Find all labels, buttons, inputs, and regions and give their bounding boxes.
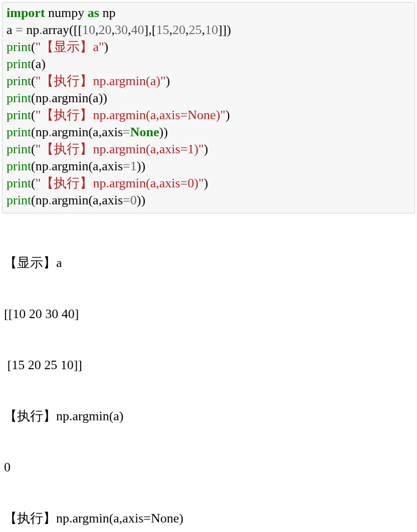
paren-open: (	[31, 40, 36, 54]
paren-open: (	[31, 108, 36, 122]
output-line: 【执行】np.argmin(a,axis=None)	[4, 510, 413, 527]
page-root: import numpy as np a = np.array([[10,20,…	[0, 2, 417, 532]
call-argmin-axis: argmin(a,axis	[52, 159, 123, 173]
code-line-8: print("【执行】np.argmin(a,axis=None)")	[7, 107, 410, 124]
call-argmin-a: argmin(a))	[52, 91, 107, 105]
txt-np-open: (np	[31, 193, 49, 207]
txt-np-open: (np	[31, 125, 49, 139]
alias-np: np	[99, 6, 116, 20]
output-line: 0	[4, 459, 413, 476]
num-20b: 20	[172, 23, 185, 37]
obj-np: np	[23, 23, 40, 37]
string-run-argmin: "【执行】np.argmin(a)"	[36, 74, 166, 88]
paren-open: (	[31, 176, 36, 190]
call-argmin-axis: argmin(a,axis	[52, 193, 123, 207]
num-25: 25	[188, 23, 201, 37]
num-40: 40	[131, 23, 144, 37]
module-numpy: numpy	[45, 6, 88, 20]
num-1: 1	[130, 159, 137, 173]
txt-np-open: (np	[31, 91, 49, 105]
fn-print: print	[7, 176, 31, 190]
num-20: 20	[99, 23, 112, 37]
fn-print: print	[7, 142, 31, 156]
fn-print: print	[7, 91, 31, 105]
num-10: 10	[82, 23, 95, 37]
code-line-7: print(np.argmin(a))	[7, 90, 410, 107]
code-line-10: print("【执行】np.argmin(a,axis=1)")	[7, 141, 410, 158]
paren-close: )	[204, 142, 209, 156]
code-line-13: print(np.argmin(a,axis=0))	[7, 192, 410, 209]
fn-print: print	[7, 57, 31, 71]
string-run-axis1: "【执行】np.argmin(a,axis=1)"	[36, 142, 204, 156]
paren-open: (	[31, 142, 36, 156]
keyword-as: as	[88, 6, 99, 20]
paren-close: )	[226, 108, 230, 122]
output-line: [[10 20 30 40]	[4, 306, 413, 323]
code-line-11: print(np.argmin(a,axis=1))	[7, 158, 410, 175]
operator-assign: =	[123, 125, 130, 139]
operator-assign: =	[16, 23, 23, 37]
num-10b: 10	[205, 23, 218, 37]
num-30: 30	[115, 23, 128, 37]
code-line-4: print("【显示】a")	[7, 39, 410, 56]
paren-close-2: ))	[159, 125, 168, 139]
string-run-axis0: "【执行】np.argmin(a,axis=0)"	[36, 176, 204, 190]
fn-print: print	[7, 74, 31, 88]
close-brackets: ]])	[218, 23, 231, 37]
txt-np-open: (np	[31, 159, 49, 173]
paren-close-2: ))	[137, 159, 145, 173]
fn-print: print	[7, 159, 31, 173]
paren-open: (	[31, 74, 36, 88]
mid-brackets: ],[	[144, 23, 156, 37]
operator-assign: =	[123, 193, 130, 207]
code-block: import numpy as np a = np.array([[10,20,…	[2, 2, 415, 213]
fn-print: print	[7, 193, 31, 207]
string-run-axis-none: "【执行】np.argmin(a,axis=None)"	[36, 108, 226, 122]
var-a: a	[7, 23, 16, 37]
call-argmin-axis: argmin(a,axis	[52, 125, 123, 139]
output-line: [15 20 25 10]]	[4, 357, 413, 374]
keyword-import: import	[7, 6, 45, 20]
output-block: 【显示】a [[10 20 30 40] [15 20 25 10]] 【执行】…	[0, 213, 417, 532]
paren-close-2: ))	[137, 193, 145, 207]
code-line-1: import numpy as np	[7, 5, 410, 22]
string-show-a: "【显示】a"	[36, 40, 104, 54]
paren-close: )	[104, 40, 109, 54]
fn-print: print	[7, 125, 31, 139]
output-line: 【执行】np.argmin(a)	[4, 408, 413, 425]
code-line-6: print("【执行】np.argmin(a)")	[7, 73, 410, 90]
paren-close: )	[204, 176, 209, 190]
code-line-5: print(a)	[7, 56, 410, 73]
fn-print: print	[7, 40, 31, 54]
code-line-12: print("【执行】np.argmin(a,axis=0)")	[7, 175, 410, 192]
call-array-open: array([[	[43, 23, 82, 37]
fn-print: print	[7, 108, 31, 122]
code-line-3: a = np.array([[10,20,30,40],[15,20,25,10…	[7, 22, 410, 39]
num-0: 0	[130, 193, 137, 207]
code-line-9: print(np.argmin(a,axis=None))	[7, 124, 410, 141]
output-line: 【显示】a	[4, 254, 413, 272]
operator-assign: =	[123, 159, 130, 173]
paren-close: )	[166, 74, 170, 88]
num-15: 15	[156, 23, 169, 37]
keyword-none: None	[130, 125, 159, 139]
print-arg-a: (a)	[31, 57, 46, 71]
